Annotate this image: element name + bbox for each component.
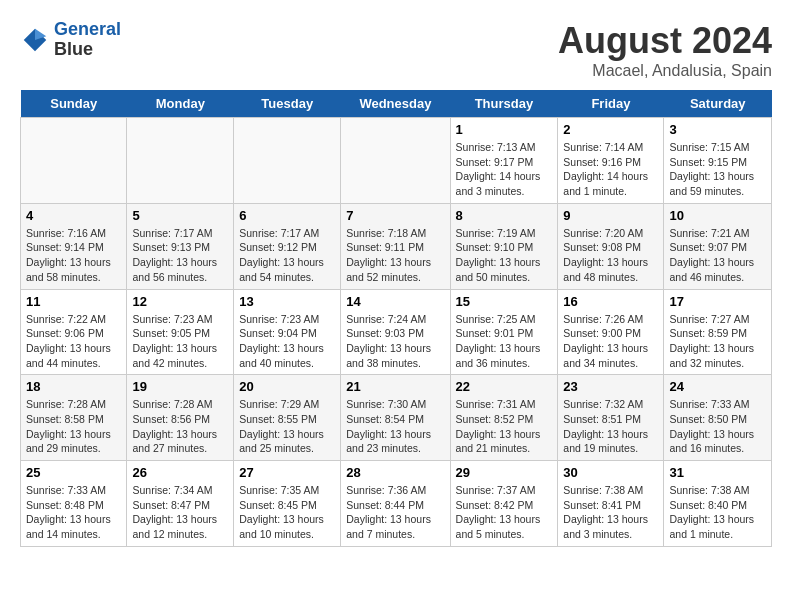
calendar-week-row: 18Sunrise: 7:28 AM Sunset: 8:58 PM Dayli… [21,375,772,461]
weekday-header-cell: Friday [558,90,664,118]
calendar-cell: 13Sunrise: 7:23 AM Sunset: 9:04 PM Dayli… [234,289,341,375]
logo-line2: Blue [54,39,93,59]
logo-icon [20,25,50,55]
day-number: 31 [669,465,766,480]
day-number: 30 [563,465,658,480]
calendar-cell: 2Sunrise: 7:14 AM Sunset: 9:16 PM Daylig… [558,118,664,204]
calendar-cell: 5Sunrise: 7:17 AM Sunset: 9:13 PM Daylig… [127,203,234,289]
day-number: 5 [132,208,228,223]
calendar-cell [127,118,234,204]
day-number: 20 [239,379,335,394]
day-info: Sunrise: 7:27 AM Sunset: 8:59 PM Dayligh… [669,312,766,371]
day-number: 4 [26,208,121,223]
day-number: 14 [346,294,444,309]
day-number: 1 [456,122,553,137]
weekday-header-cell: Sunday [21,90,127,118]
day-info: Sunrise: 7:28 AM Sunset: 8:56 PM Dayligh… [132,397,228,456]
day-number: 17 [669,294,766,309]
day-info: Sunrise: 7:33 AM Sunset: 8:48 PM Dayligh… [26,483,121,542]
calendar-cell: 23Sunrise: 7:32 AM Sunset: 8:51 PM Dayli… [558,375,664,461]
day-info: Sunrise: 7:23 AM Sunset: 9:04 PM Dayligh… [239,312,335,371]
calendar-cell: 22Sunrise: 7:31 AM Sunset: 8:52 PM Dayli… [450,375,558,461]
day-info: Sunrise: 7:34 AM Sunset: 8:47 PM Dayligh… [132,483,228,542]
calendar-cell [21,118,127,204]
day-info: Sunrise: 7:26 AM Sunset: 9:00 PM Dayligh… [563,312,658,371]
day-info: Sunrise: 7:29 AM Sunset: 8:55 PM Dayligh… [239,397,335,456]
day-info: Sunrise: 7:33 AM Sunset: 8:50 PM Dayligh… [669,397,766,456]
day-number: 19 [132,379,228,394]
calendar-cell: 15Sunrise: 7:25 AM Sunset: 9:01 PM Dayli… [450,289,558,375]
day-info: Sunrise: 7:16 AM Sunset: 9:14 PM Dayligh… [26,226,121,285]
calendar-cell [341,118,450,204]
calendar-cell: 8Sunrise: 7:19 AM Sunset: 9:10 PM Daylig… [450,203,558,289]
day-info: Sunrise: 7:37 AM Sunset: 8:42 PM Dayligh… [456,483,553,542]
day-number: 3 [669,122,766,137]
calendar-week-row: 1Sunrise: 7:13 AM Sunset: 9:17 PM Daylig… [21,118,772,204]
calendar-cell: 28Sunrise: 7:36 AM Sunset: 8:44 PM Dayli… [341,461,450,547]
calendar-cell: 10Sunrise: 7:21 AM Sunset: 9:07 PM Dayli… [664,203,772,289]
calendar-cell: 3Sunrise: 7:15 AM Sunset: 9:15 PM Daylig… [664,118,772,204]
calendar-week-row: 4Sunrise: 7:16 AM Sunset: 9:14 PM Daylig… [21,203,772,289]
day-number: 23 [563,379,658,394]
calendar-cell: 12Sunrise: 7:23 AM Sunset: 9:05 PM Dayli… [127,289,234,375]
day-number: 8 [456,208,553,223]
day-number: 15 [456,294,553,309]
calendar-cell: 20Sunrise: 7:29 AM Sunset: 8:55 PM Dayli… [234,375,341,461]
calendar-cell: 21Sunrise: 7:30 AM Sunset: 8:54 PM Dayli… [341,375,450,461]
calendar-cell: 6Sunrise: 7:17 AM Sunset: 9:12 PM Daylig… [234,203,341,289]
calendar-cell: 4Sunrise: 7:16 AM Sunset: 9:14 PM Daylig… [21,203,127,289]
calendar-week-row: 25Sunrise: 7:33 AM Sunset: 8:48 PM Dayli… [21,461,772,547]
calendar-cell: 26Sunrise: 7:34 AM Sunset: 8:47 PM Dayli… [127,461,234,547]
calendar-cell: 7Sunrise: 7:18 AM Sunset: 9:11 PM Daylig… [341,203,450,289]
page-title: August 2024 [558,20,772,62]
day-number: 29 [456,465,553,480]
logo: General Blue [20,20,121,60]
page-subtitle: Macael, Andalusia, Spain [558,62,772,80]
day-number: 27 [239,465,335,480]
day-number: 22 [456,379,553,394]
day-number: 21 [346,379,444,394]
day-info: Sunrise: 7:38 AM Sunset: 8:40 PM Dayligh… [669,483,766,542]
day-info: Sunrise: 7:15 AM Sunset: 9:15 PM Dayligh… [669,140,766,199]
logo-line1: General [54,19,121,39]
day-info: Sunrise: 7:22 AM Sunset: 9:06 PM Dayligh… [26,312,121,371]
day-info: Sunrise: 7:13 AM Sunset: 9:17 PM Dayligh… [456,140,553,199]
calendar-cell: 11Sunrise: 7:22 AM Sunset: 9:06 PM Dayli… [21,289,127,375]
calendar-table: SundayMondayTuesdayWednesdayThursdayFrid… [20,90,772,547]
day-number: 10 [669,208,766,223]
day-number: 16 [563,294,658,309]
calendar-cell: 30Sunrise: 7:38 AM Sunset: 8:41 PM Dayli… [558,461,664,547]
day-number: 18 [26,379,121,394]
day-number: 2 [563,122,658,137]
day-info: Sunrise: 7:38 AM Sunset: 8:41 PM Dayligh… [563,483,658,542]
calendar-cell: 24Sunrise: 7:33 AM Sunset: 8:50 PM Dayli… [664,375,772,461]
weekday-header-cell: Thursday [450,90,558,118]
day-number: 7 [346,208,444,223]
calendar-cell: 1Sunrise: 7:13 AM Sunset: 9:17 PM Daylig… [450,118,558,204]
calendar-cell: 19Sunrise: 7:28 AM Sunset: 8:56 PM Dayli… [127,375,234,461]
day-info: Sunrise: 7:19 AM Sunset: 9:10 PM Dayligh… [456,226,553,285]
calendar-cell [234,118,341,204]
day-number: 9 [563,208,658,223]
day-number: 13 [239,294,335,309]
day-info: Sunrise: 7:28 AM Sunset: 8:58 PM Dayligh… [26,397,121,456]
day-number: 25 [26,465,121,480]
day-info: Sunrise: 7:30 AM Sunset: 8:54 PM Dayligh… [346,397,444,456]
calendar-cell: 17Sunrise: 7:27 AM Sunset: 8:59 PM Dayli… [664,289,772,375]
weekday-header-cell: Tuesday [234,90,341,118]
day-info: Sunrise: 7:23 AM Sunset: 9:05 PM Dayligh… [132,312,228,371]
day-info: Sunrise: 7:14 AM Sunset: 9:16 PM Dayligh… [563,140,658,199]
day-info: Sunrise: 7:21 AM Sunset: 9:07 PM Dayligh… [669,226,766,285]
calendar-cell: 29Sunrise: 7:37 AM Sunset: 8:42 PM Dayli… [450,461,558,547]
day-info: Sunrise: 7:36 AM Sunset: 8:44 PM Dayligh… [346,483,444,542]
calendar-cell: 31Sunrise: 7:38 AM Sunset: 8:40 PM Dayli… [664,461,772,547]
calendar-cell: 27Sunrise: 7:35 AM Sunset: 8:45 PM Dayli… [234,461,341,547]
day-number: 6 [239,208,335,223]
day-info: Sunrise: 7:35 AM Sunset: 8:45 PM Dayligh… [239,483,335,542]
weekday-header-cell: Wednesday [341,90,450,118]
calendar-body: 1Sunrise: 7:13 AM Sunset: 9:17 PM Daylig… [21,118,772,547]
logo-text: General Blue [54,20,121,60]
calendar-cell: 9Sunrise: 7:20 AM Sunset: 9:08 PM Daylig… [558,203,664,289]
weekday-header-cell: Monday [127,90,234,118]
day-info: Sunrise: 7:24 AM Sunset: 9:03 PM Dayligh… [346,312,444,371]
